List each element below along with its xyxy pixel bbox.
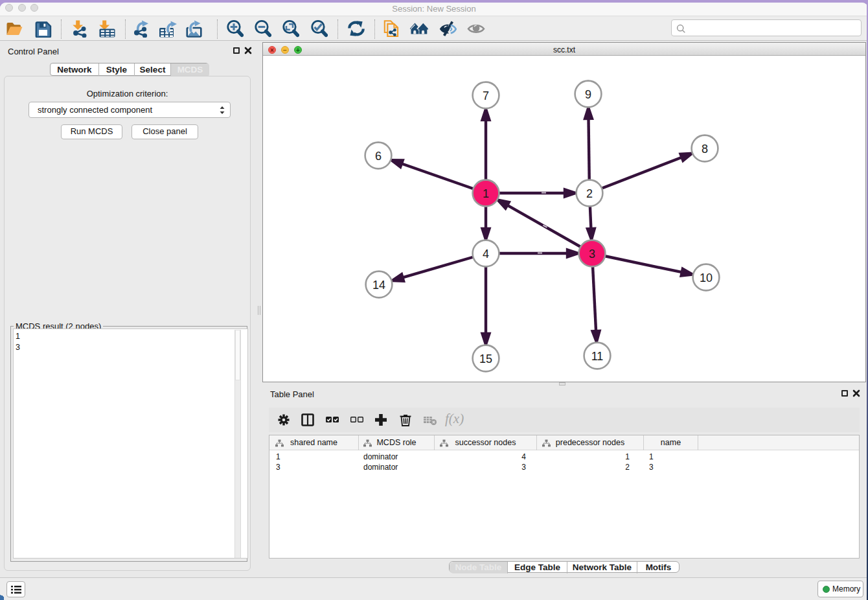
svg-text:10: 10 bbox=[700, 271, 713, 284]
svg-text:15: 15 bbox=[479, 352, 492, 365]
svg-text:6: 6 bbox=[375, 150, 382, 163]
svg-text:7: 7 bbox=[483, 89, 489, 102]
svg-text:14: 14 bbox=[372, 279, 385, 292]
svg-text:9: 9 bbox=[585, 88, 591, 101]
svg-text:11: 11 bbox=[591, 350, 604, 363]
svg-text:8: 8 bbox=[702, 143, 708, 156]
svg-text:2: 2 bbox=[586, 187, 593, 200]
svg-text:1: 1 bbox=[483, 187, 489, 200]
svg-text:3: 3 bbox=[589, 248, 595, 260]
svg-text:4: 4 bbox=[483, 248, 489, 260]
